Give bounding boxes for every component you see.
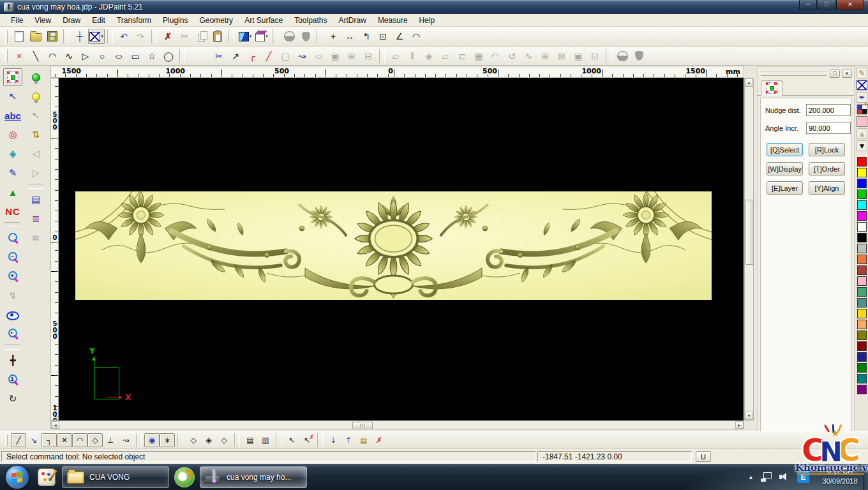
view-options-button[interactable] xyxy=(3,306,22,323)
relief-shield-button[interactable] xyxy=(297,29,314,44)
zoom-scale-button[interactable]: 1 xyxy=(3,371,22,389)
color-swatch-4[interactable] xyxy=(857,200,867,210)
xform-mirror-button[interactable]: ‖ xyxy=(404,48,421,64)
xform-move-button[interactable]: ▱ xyxy=(387,48,404,64)
object-list-button[interactable]: ▤ xyxy=(356,433,371,447)
xform-grid-button[interactable]: ⊞ xyxy=(537,48,553,64)
snap-perp-button[interactable]: ⊥ xyxy=(103,433,118,447)
open-file-button[interactable] xyxy=(27,29,44,44)
volume-icon[interactable] xyxy=(779,472,790,482)
color-swatch-9[interactable] xyxy=(857,255,867,264)
layer-manager-button[interactable]: ▤ xyxy=(26,191,45,209)
guide-import-button[interactable]: ▥ xyxy=(258,433,273,447)
measure-angle-button[interactable]: ∠ xyxy=(391,29,408,44)
horizontal-scroll-thumb[interactable] xyxy=(352,422,373,429)
panel-button-yalign[interactable]: [Y]Align xyxy=(809,181,845,195)
trim-button[interactable]: ✂ xyxy=(211,48,227,64)
contour-tool-button[interactable]: ◎ xyxy=(3,126,22,144)
color-swatch-17[interactable] xyxy=(857,341,867,351)
extend-button[interactable]: ↗ xyxy=(227,48,244,64)
menu-toolpaths[interactable]: Toolpaths xyxy=(288,15,333,26)
chamfer-button[interactable]: ╱ xyxy=(260,48,277,64)
panel-button-elayer[interactable]: [E]Layer xyxy=(767,181,803,195)
snap-intersect-button[interactable]: ✕ xyxy=(57,433,72,447)
delete-button[interactable]: ✗ xyxy=(160,29,176,44)
measure-rect-button[interactable]: ⊡ xyxy=(375,29,391,44)
paint-taskbar-icon[interactable] xyxy=(33,464,60,490)
start-button[interactable] xyxy=(6,466,29,489)
horizontal-scrollbar[interactable]: ◄ ► xyxy=(50,420,744,429)
surface-color-button[interactable] xyxy=(237,29,253,44)
panel-restore-button[interactable]: □ xyxy=(830,70,840,78)
vertical-scrollbar[interactable]: ▲ ▼ xyxy=(744,78,754,420)
scroll-up-icon[interactable]: ▲ xyxy=(745,78,753,87)
menu-art-surface[interactable]: Art Surface xyxy=(239,15,288,26)
nudge-dist-field[interactable] xyxy=(806,104,851,116)
menu-geometry[interactable]: Geometry xyxy=(193,15,239,26)
xform-skew-button[interactable]: ▱ xyxy=(437,48,454,64)
display-filter-button[interactable]: ≋ xyxy=(26,229,45,247)
tab-select-properties[interactable] xyxy=(761,80,782,96)
browser-taskbar-icon[interactable] xyxy=(171,464,198,490)
color-swatch-3[interactable] xyxy=(857,189,867,199)
units-button[interactable]: U xyxy=(696,451,711,462)
cut-button[interactable]: ✂ xyxy=(176,29,193,44)
panel-button-wdisplay[interactable]: [W]Display xyxy=(767,162,803,175)
draw-star-button[interactable]: ☆ xyxy=(144,48,160,64)
layer-lines-button[interactable]: ≣ xyxy=(26,210,45,228)
color-swatch-1[interactable] xyxy=(857,168,867,177)
copy-down-button[interactable]: ⊟ xyxy=(360,48,377,64)
zoom-in-button[interactable]: + xyxy=(3,267,22,285)
relief-shield2-button[interactable] xyxy=(631,48,647,64)
close-button[interactable]: ✕ xyxy=(836,0,864,10)
draw-curve-button[interactable]: ∿ xyxy=(61,48,77,64)
palette-pencil-button[interactable]: ✎ xyxy=(857,68,867,78)
color-swatch-10[interactable] xyxy=(857,265,867,275)
cancel-command-button[interactable]: ✗ xyxy=(371,433,387,447)
draw-oval-button[interactable]: ◯ xyxy=(160,48,177,64)
color-swatch-11[interactable] xyxy=(857,276,867,286)
save-file-button[interactable] xyxy=(44,29,61,44)
node-edit-tool-button[interactable]: ↖ xyxy=(3,87,22,105)
display-mode-button[interactable] xyxy=(253,29,270,44)
relief-sphere2-button[interactable] xyxy=(614,48,631,64)
measure-distance-button[interactable]: ↔ xyxy=(341,29,358,44)
taskbar-item-jdpaint[interactable]: cua vong may ho... xyxy=(200,466,307,488)
palette-edit-button[interactable] xyxy=(857,104,867,115)
panel-grip[interactable] xyxy=(761,71,827,76)
xform-curve-array-button[interactable]: ∿ xyxy=(520,48,537,64)
snap-axis-button[interactable]: ∗ xyxy=(160,433,175,447)
angle-incr-field[interactable] xyxy=(806,122,851,134)
palette-up-button[interactable]: ▲ xyxy=(857,128,867,139)
color-swatch-0[interactable] xyxy=(857,157,867,167)
snap-tangent-button[interactable]: ◠ xyxy=(72,433,87,447)
panel-close-button[interactable]: × xyxy=(842,70,852,78)
color-swatch-15[interactable] xyxy=(857,320,867,329)
menu-edit[interactable]: Edit xyxy=(86,15,111,26)
pick-add-button[interactable]: ↖ xyxy=(284,433,299,447)
zoom-window-button[interactable] xyxy=(3,229,22,247)
project-down-button[interactable]: ⇣ xyxy=(326,433,341,447)
draw-point-button[interactable]: × xyxy=(11,48,27,64)
show-desktop-button[interactable] xyxy=(863,464,868,490)
pan-button[interactable]: ╋ xyxy=(3,352,22,369)
menu-artdraw[interactable]: ArtDraw xyxy=(333,15,372,26)
color-swatch-6[interactable] xyxy=(857,222,867,232)
color-swatch-19[interactable] xyxy=(857,363,867,373)
paste-button[interactable] xyxy=(209,29,226,44)
color-swatch-7[interactable] xyxy=(857,233,867,242)
xform-flip-button[interactable]: ⊏ xyxy=(454,48,470,64)
color-swatch-12[interactable] xyxy=(857,287,867,297)
refresh-view-button[interactable]: ↻ xyxy=(3,390,22,408)
panel-button-qselect[interactable]: [Q]Select xyxy=(767,143,803,156)
xform-nest2-button[interactable]: ⊡ xyxy=(587,48,603,64)
copy-button[interactable] xyxy=(193,29,209,44)
artline-tool-button[interactable]: ✎ xyxy=(3,164,22,182)
guide-lines-button[interactable]: ▤ xyxy=(243,433,258,447)
draw-polyline-button[interactable]: ▷ xyxy=(77,48,94,64)
draw-arc-button[interactable]: ◠ xyxy=(44,48,61,64)
menu-view[interactable]: View xyxy=(29,15,57,26)
lamp-display-button[interactable] xyxy=(26,87,45,105)
color-swatch-13[interactable] xyxy=(857,298,867,308)
xform-array-button[interactable]: ▦ xyxy=(470,48,487,64)
